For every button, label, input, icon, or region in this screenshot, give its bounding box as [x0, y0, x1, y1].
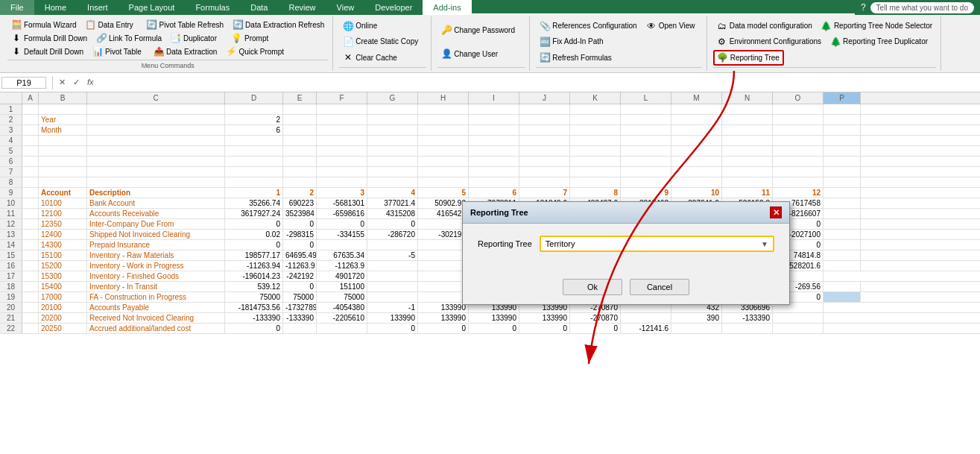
cell-M6[interactable]	[671, 157, 722, 166]
cell-P11[interactable]	[823, 209, 861, 218]
cell-L6[interactable]	[621, 157, 671, 166]
create-static-copy-button[interactable]: 📄 Create Static Copy	[339, 34, 422, 49]
cell-K9[interactable]: 8	[570, 188, 621, 198]
cell-H16[interactable]	[418, 261, 469, 271]
cell-A8[interactable]	[22, 177, 39, 187]
references-config-button[interactable]: 📎 References Configuration	[536, 18, 640, 34]
cell-F20[interactable]: -4054380	[317, 303, 367, 312]
cell-B2[interactable]: Year	[39, 115, 87, 124]
cell-B8[interactable]	[39, 177, 87, 187]
cell-B18[interactable]: 15400	[39, 282, 87, 291]
cell-G20[interactable]: -1	[367, 303, 418, 312]
cell-D22[interactable]: 0	[225, 324, 283, 333]
cell-M21[interactable]: 390	[671, 313, 722, 323]
cell-N6[interactable]	[722, 157, 773, 166]
cell-N21[interactable]: -133390	[722, 313, 773, 323]
data-entry-button[interactable]: 📋 Data Entry	[82, 18, 142, 31]
cell-G17[interactable]	[367, 271, 418, 281]
cell-O8[interactable]	[773, 177, 823, 187]
cell-A14[interactable]	[22, 240, 39, 250]
cell-A7[interactable]	[22, 167, 39, 177]
cell-D7[interactable]	[225, 167, 283, 177]
cell-P2[interactable]	[823, 115, 861, 124]
cell-D18[interactable]: 539.12	[225, 282, 283, 291]
cell-B13[interactable]: 12400	[39, 230, 87, 239]
cell-L5[interactable]	[621, 146, 671, 156]
cell-J5[interactable]	[519, 146, 570, 156]
cell-B15[interactable]: 15100	[39, 250, 87, 260]
cell-A21[interactable]	[22, 313, 39, 323]
cell-I3[interactable]	[469, 125, 519, 135]
online-button[interactable]: 🌐 Online	[339, 18, 399, 34]
cell-B6[interactable]	[39, 157, 87, 166]
cell-D19[interactable]: 75000	[225, 292, 283, 302]
cell-F19[interactable]: 75000	[317, 292, 367, 302]
cell-C9[interactable]: Description	[87, 188, 225, 198]
cell-G12[interactable]: 0	[367, 219, 418, 229]
cell-J2[interactable]	[519, 115, 570, 124]
cell-G11[interactable]: 4315208	[367, 209, 418, 218]
change-user-button[interactable]: 👤 Change User	[437, 42, 502, 66]
cell-H17[interactable]	[418, 271, 469, 281]
tab-view[interactable]: View	[326, 0, 365, 15]
tell-me-box[interactable]: Tell me what you want to do	[870, 2, 974, 13]
cell-K21[interactable]: -270870	[570, 313, 621, 323]
cell-B10[interactable]: 10100	[39, 198, 87, 208]
cell-J4[interactable]	[519, 136, 570, 145]
cell-G21[interactable]: 133990	[367, 313, 418, 323]
cell-I1[interactable]	[469, 104, 519, 114]
cell-H11[interactable]: 4165421	[418, 209, 469, 218]
cell-E8[interactable]	[283, 177, 317, 187]
cell-P14[interactable]	[823, 240, 861, 250]
cell-I8[interactable]	[469, 177, 519, 187]
cell-M3[interactable]	[671, 125, 722, 135]
cell-P8[interactable]	[823, 177, 861, 187]
cell-F8[interactable]	[317, 177, 367, 187]
cell-F13[interactable]: -334155	[317, 230, 367, 239]
cell-G22[interactable]: 0	[367, 324, 418, 333]
cell-P13[interactable]	[823, 230, 861, 239]
quick-prompt-button[interactable]: ⚡ Quick Prompt	[222, 45, 288, 58]
cell-H22[interactable]: 0	[418, 324, 469, 333]
reporting-tree-node-selector-button[interactable]: 🌲 Reporting Tree Node Selector	[818, 18, 936, 34]
cell-O9[interactable]: 12	[773, 188, 823, 198]
cell-E20[interactable]: -1732789	[283, 303, 317, 312]
cell-G2[interactable]	[367, 115, 418, 124]
cell-E18[interactable]: 0	[283, 282, 317, 291]
cell-E5[interactable]	[283, 146, 317, 156]
cell-P12[interactable]	[823, 219, 861, 229]
cell-K6[interactable]	[570, 157, 621, 166]
cell-N4[interactable]	[722, 136, 773, 145]
cell-B17[interactable]: 15300	[39, 271, 87, 281]
cell-G4[interactable]	[367, 136, 418, 145]
cell-P5[interactable]	[823, 146, 861, 156]
cell-L1[interactable]	[621, 104, 671, 114]
cell-C10[interactable]: Bank Account	[87, 198, 225, 208]
cell-O4[interactable]	[773, 136, 823, 145]
cell-A1[interactable]	[22, 104, 39, 114]
cell-F3[interactable]	[317, 125, 367, 135]
cell-E9[interactable]: 2	[283, 188, 317, 198]
environment-configurations-button[interactable]: ⚙ Environment Configurations	[713, 34, 825, 49]
tab-page-layout[interactable]: Page Layout	[118, 0, 186, 15]
cell-H20[interactable]: 133990	[418, 303, 469, 312]
cell-A6[interactable]	[22, 157, 39, 166]
cell-C12[interactable]: Inter-Company Due From	[87, 219, 225, 229]
cell-P16[interactable]	[823, 261, 861, 271]
cell-D1[interactable]	[225, 104, 283, 114]
cell-P10[interactable]	[823, 198, 861, 208]
cell-B22[interactable]: 20250	[39, 324, 87, 333]
cell-H7[interactable]	[418, 167, 469, 177]
cell-I5[interactable]	[469, 146, 519, 156]
cell-H9[interactable]: 5	[418, 188, 469, 198]
cell-K1[interactable]	[570, 104, 621, 114]
cell-L7[interactable]	[621, 167, 671, 177]
cell-C7[interactable]	[87, 167, 225, 177]
cell-P3[interactable]	[823, 125, 861, 135]
cell-D4[interactable]	[225, 136, 283, 145]
insert-function-button[interactable]: fx	[84, 78, 97, 87]
cell-C19[interactable]: FA - Construction in Progress	[87, 292, 225, 302]
cell-C20[interactable]: Accounts Payable	[87, 303, 225, 312]
cell-D16[interactable]: -11263.94	[225, 261, 283, 271]
cell-F5[interactable]	[317, 146, 367, 156]
